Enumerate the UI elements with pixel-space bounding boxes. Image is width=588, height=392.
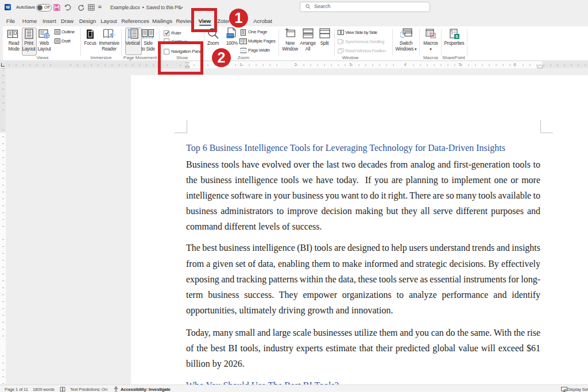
svg-text:W: W <box>6 5 10 10</box>
svg-text:S: S <box>455 34 458 38</box>
